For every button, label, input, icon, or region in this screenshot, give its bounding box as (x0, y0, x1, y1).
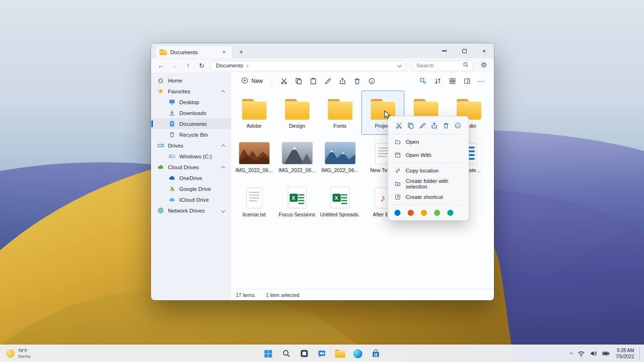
sidebar-item-label: Favorites (168, 89, 190, 94)
edge-icon (353, 349, 362, 358)
file-item[interactable]: XFocus Sessions (276, 179, 318, 223)
menu-item-copy-location[interactable]: Copy location (388, 164, 468, 177)
cut-button[interactable] (277, 74, 291, 88)
tag-teal[interactable] (447, 210, 453, 216)
tab-close-button[interactable]: × (220, 48, 228, 57)
gear-icon (480, 61, 487, 70)
chevron-down-icon[interactable] (221, 208, 225, 212)
sidebar-item-windows-c[interactable]: Windows (C:) (151, 151, 231, 162)
tag-blue[interactable] (394, 210, 401, 216)
titlebar[interactable]: Documents × + × (151, 43, 494, 58)
clock[interactable]: 9:28 AM 7/5/2022 (613, 347, 637, 360)
folder-icon (327, 95, 353, 120)
close-button[interactable]: × (474, 43, 494, 58)
sidebar-item-icloud-drive[interactable]: iCloud Drive (151, 194, 231, 205)
sidebar-item-recycle-bin[interactable]: Recycle Bin (151, 129, 231, 140)
tag-green[interactable] (434, 210, 440, 216)
minimize-button[interactable] (435, 43, 454, 58)
sidebar-section-cloud-drives[interactable]: Cloud Drives (151, 162, 231, 173)
status-bar: 17 items 1 item selected (231, 289, 494, 300)
edge-button[interactable] (351, 346, 365, 361)
multiselect-toggle-button[interactable] (416, 74, 430, 88)
file-item[interactable]: Fonts (318, 90, 361, 135)
refresh-button[interactable]: ↻ (196, 60, 208, 71)
start-button[interactable] (261, 346, 276, 361)
properties-button[interactable] (365, 74, 378, 88)
delete-icon[interactable] (441, 120, 452, 131)
sort-button[interactable] (431, 74, 444, 88)
sidebar-section-favorites[interactable]: Favorites (151, 86, 231, 97)
search-input[interactable] (417, 63, 463, 68)
menu-item-create-shortcut[interactable]: Create shortcut (388, 190, 468, 204)
store-button[interactable] (369, 346, 383, 361)
maximize-icon (462, 49, 467, 53)
copy-button[interactable] (292, 74, 305, 88)
breadcrumb[interactable]: Documents (216, 63, 243, 68)
new-button[interactable]: New (237, 75, 267, 87)
search-box[interactable] (412, 60, 473, 71)
tag-orange[interactable] (408, 210, 414, 216)
preview-pane-button[interactable] (460, 74, 474, 88)
forward-button[interactable]: → (168, 60, 181, 71)
file-label: Design (289, 123, 305, 129)
file-item[interactable]: XUntitled Spreads... (318, 179, 361, 223)
file-item[interactable]: IMG_2022_06... (276, 135, 318, 179)
file-item[interactable]: IMG_2022_06... (233, 135, 276, 179)
new-folder-icon (394, 181, 401, 188)
paste-button[interactable] (306, 74, 320, 88)
icloud-icon (168, 196, 176, 204)
delete-button[interactable] (350, 74, 364, 88)
tag-yellow[interactable] (421, 210, 427, 216)
chat-button[interactable] (315, 346, 329, 361)
drive-icon (157, 142, 164, 149)
sidebar-section-drives[interactable]: Drives (151, 140, 231, 151)
rename-button[interactable] (321, 74, 335, 88)
file-item[interactable]: Adobe (233, 90, 276, 135)
battery-tray-button[interactable] (600, 347, 612, 360)
up-button[interactable]: ↑ (182, 60, 194, 71)
hidden-icons-button[interactable] (568, 347, 575, 360)
rename-icon[interactable] (417, 120, 428, 131)
properties-icon[interactable] (452, 120, 464, 131)
file-item[interactable]: Design (276, 90, 318, 135)
chevron-up-icon[interactable] (221, 144, 225, 148)
address-bar[interactable]: Documents › (210, 60, 406, 71)
menu-item-label: Open (406, 139, 419, 145)
file-explorer-button[interactable] (333, 346, 347, 361)
sidebar-item-home[interactable]: Home (151, 75, 231, 86)
sidebar-item-google-drive[interactable]: Google Drive (151, 183, 231, 194)
sidebar-item-downloads[interactable]: Downloads (151, 107, 231, 118)
address-dropdown-icon[interactable] (398, 64, 401, 67)
menu-item-open[interactable]: Open (388, 135, 468, 148)
file-item[interactable]: license.txt (233, 179, 276, 223)
menu-item-create-folder-with-selection[interactable]: Create folder with selection (388, 177, 468, 190)
sidebar-item-onedrive[interactable]: OneDrive (151, 173, 231, 183)
chevron-up-icon[interactable] (221, 90, 225, 94)
sidebar-section-network-drives[interactable]: Network Drives (151, 205, 231, 216)
excel-file-icon: X (288, 184, 307, 208)
chevron-up-icon[interactable] (221, 166, 225, 170)
layout-view-button[interactable] (445, 74, 459, 88)
file-explorer-window: Documents × + × ← → ↑ ↻ Documents › (151, 43, 494, 300)
item-count: 17 items (236, 292, 255, 298)
network-tray-button[interactable] (576, 347, 587, 360)
share-button[interactable] (335, 74, 349, 88)
volume-tray-button[interactable] (588, 347, 599, 360)
new-tab-button[interactable]: + (235, 46, 247, 58)
more-options-button[interactable]: ⋯ (475, 74, 488, 88)
cut-icon[interactable] (393, 120, 404, 131)
copy-icon[interactable] (405, 120, 416, 131)
maximize-button[interactable] (454, 43, 474, 58)
tab-documents[interactable]: Documents × (156, 46, 232, 58)
sidebar-item-documents[interactable]: Documents (151, 118, 231, 129)
sidebar-item-desktop[interactable]: Desktop (151, 97, 231, 107)
tag-color-row (388, 206, 468, 219)
file-item[interactable]: IMG_2022_06... (318, 135, 361, 179)
menu-item-open-with[interactable]: Open With (388, 148, 468, 162)
settings-button[interactable] (477, 60, 490, 71)
show-desktop-button[interactable] (639, 347, 641, 360)
task-view-button[interactable] (297, 346, 311, 361)
search-button[interactable] (279, 346, 293, 361)
back-button[interactable]: ← (155, 60, 167, 71)
share-icon[interactable] (429, 120, 440, 131)
